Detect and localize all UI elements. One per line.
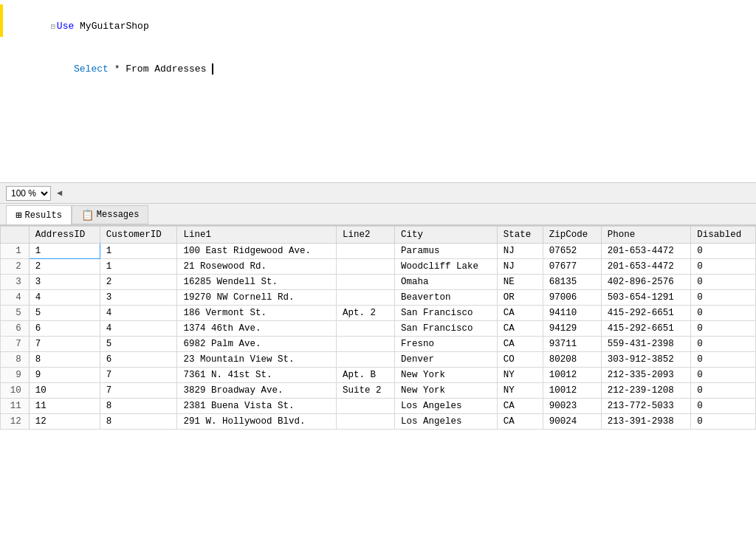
table-cell-line1[interactable]: 7361 N. 41st St.	[177, 368, 337, 383]
table-cell-customerid[interactable]: 4	[100, 321, 177, 337]
table-cell-city[interactable]: Paramus	[394, 244, 497, 259]
table-cell-phone[interactable]: 201-653-4472	[601, 259, 691, 275]
table-cell-disabled[interactable]: 0	[691, 368, 756, 383]
table-cell-line1[interactable]: 23 Mountain View St.	[177, 352, 337, 368]
table-cell-state[interactable]: CA	[497, 321, 543, 337]
table-cell-disabled[interactable]: 0	[691, 244, 756, 259]
table-cell-state[interactable]: NE	[497, 275, 543, 290]
table-cell-city[interactable]: San Francisco	[394, 321, 497, 337]
table-cell-addressid[interactable]: 5	[29, 306, 100, 321]
table-cell-addressid[interactable]: 4	[29, 290, 100, 306]
table-cell-zipcode[interactable]: 68135	[543, 275, 601, 290]
table-row[interactable]: 6641374 46th Ave.San FranciscoCA94129415…	[1, 321, 756, 337]
col-header-line2[interactable]: Line2	[336, 227, 394, 244]
table-cell-zipcode[interactable]: 90024	[543, 414, 601, 430]
table-cell-customerid[interactable]: 7	[100, 383, 177, 399]
table-cell-phone[interactable]: 559-431-2398	[601, 337, 691, 352]
table-cell-line1[interactable]: 19270 NW Cornell Rd.	[177, 290, 337, 306]
table-cell-line1[interactable]: 291 W. Hollywood Blvd.	[177, 414, 337, 430]
table-cell-line1[interactable]: 6982 Palm Ave.	[177, 337, 337, 352]
table-cell-customerid[interactable]: 1	[100, 244, 177, 259]
sql-editor[interactable]: ⊟Use MyGuitarShop Select * From Addresse…	[0, 0, 756, 183]
table-cell-city[interactable]: Woodcliff Lake	[394, 259, 497, 275]
table-cell-line1[interactable]: 21 Rosewood Rd.	[177, 259, 337, 275]
table-cell-zipcode[interactable]: 94129	[543, 321, 601, 337]
table-cell-disabled[interactable]: 0	[691, 399, 756, 414]
col-header-addressid[interactable]: AddressID	[29, 227, 100, 244]
table-cell-state[interactable]: NY	[497, 383, 543, 399]
table-cell-city[interactable]: New York	[394, 383, 497, 399]
table-cell-state[interactable]: CA	[497, 399, 543, 414]
table-row[interactable]: 12128291 W. Hollywood Blvd.Los AngelesCA…	[1, 414, 756, 430]
table-cell-phone[interactable]: 503-654-1291	[601, 290, 691, 306]
table-cell-line2[interactable]: Suite 2	[336, 383, 394, 399]
table-cell-line1[interactable]: 16285 Wendell St.	[177, 275, 337, 290]
table-cell-phone[interactable]: 212-239-1208	[601, 383, 691, 399]
table-row[interactable]: 7756982 Palm Ave.FresnoCA93711559-431-23…	[1, 337, 756, 352]
table-row[interactable]: 44319270 NW Cornell Rd.BeavertonOR970065…	[1, 290, 756, 306]
tab-messages[interactable]: 📋 Messages	[72, 205, 149, 224]
table-cell-city[interactable]: Los Angeles	[394, 399, 497, 414]
zoom-select[interactable]: 100 %	[6, 186, 51, 201]
table-row[interactable]: 111100 East Ridgewood Ave.ParamusNJ07652…	[1, 244, 756, 259]
table-cell-disabled[interactable]: 0	[691, 337, 756, 352]
table-cell-zipcode[interactable]: 97006	[543, 290, 601, 306]
table-cell-disabled[interactable]: 0	[691, 275, 756, 290]
table-cell-customerid[interactable]: 4	[100, 306, 177, 321]
table-cell-phone[interactable]: 303-912-3852	[601, 352, 691, 368]
table-cell-city[interactable]: Omaha	[394, 275, 497, 290]
table-cell-phone[interactable]: 402-896-2576	[601, 275, 691, 290]
table-cell-line1[interactable]: 100 East Ridgewood Ave.	[177, 244, 337, 259]
scroll-left-arrow[interactable]: ◀	[54, 186, 65, 200]
table-cell-phone[interactable]: 213-391-2938	[601, 414, 691, 430]
table-cell-city[interactable]: Beaverton	[394, 290, 497, 306]
table-cell-customerid[interactable]: 8	[100, 399, 177, 414]
table-cell-customerid[interactable]: 8	[100, 414, 177, 430]
table-cell-disabled[interactable]: 0	[691, 259, 756, 275]
table-cell-zipcode[interactable]: 10012	[543, 383, 601, 399]
table-cell-customerid[interactable]: 3	[100, 290, 177, 306]
table-cell-city[interactable]: Los Angeles	[394, 414, 497, 430]
table-cell-disabled[interactable]: 0	[691, 352, 756, 368]
table-cell-addressid[interactable]: 6	[29, 321, 100, 337]
table-cell-disabled[interactable]: 0	[691, 306, 756, 321]
table-cell-customerid[interactable]: 7	[100, 368, 177, 383]
table-cell-line2[interactable]	[336, 414, 394, 430]
table-cell-phone[interactable]: 415-292-6651	[601, 321, 691, 337]
table-cell-phone[interactable]: 213-772-5033	[601, 399, 691, 414]
table-cell-state[interactable]: NJ	[497, 244, 543, 259]
table-cell-city[interactable]: Denver	[394, 352, 497, 368]
table-cell-addressid[interactable]: 7	[29, 337, 100, 352]
table-row[interactable]: 88623 Mountain View St.DenverCO80208303-…	[1, 352, 756, 368]
table-row[interactable]: 111182381 Buena Vista St.Los AngelesCA90…	[1, 399, 756, 414]
table-cell-addressid[interactable]: 8	[29, 352, 100, 368]
table-row[interactable]: 101073829 Broadway Ave.Suite 2New YorkNY…	[1, 383, 756, 399]
table-cell-line1[interactable]: 186 Vermont St.	[177, 306, 337, 321]
table-cell-line1[interactable]: 1374 46th Ave.	[177, 321, 337, 337]
table-row[interactable]: 33216285 Wendell St.OmahaNE68135402-896-…	[1, 275, 756, 290]
table-cell-disabled[interactable]: 0	[691, 321, 756, 337]
table-cell-zipcode[interactable]: 90023	[543, 399, 601, 414]
table-cell-line2[interactable]: Apt. 2	[336, 306, 394, 321]
table-cell-phone[interactable]: 201-653-4472	[601, 244, 691, 259]
table-cell-phone[interactable]: 212-335-2093	[601, 368, 691, 383]
table-cell-zipcode[interactable]: 10012	[543, 368, 601, 383]
col-header-zipcode[interactable]: ZipCode	[543, 227, 601, 244]
table-cell-customerid[interactable]: 2	[100, 275, 177, 290]
table-cell-addressid[interactable]: 10	[29, 383, 100, 399]
table-cell-zipcode[interactable]: 07677	[543, 259, 601, 275]
table-cell-state[interactable]: NJ	[497, 259, 543, 275]
table-cell-addressid[interactable]: 11	[29, 399, 100, 414]
table-cell-city[interactable]: San Francisco	[394, 306, 497, 321]
col-header-disabled[interactable]: Disabled	[691, 227, 756, 244]
table-cell-state[interactable]: CA	[497, 337, 543, 352]
table-cell-zipcode[interactable]: 80208	[543, 352, 601, 368]
table-cell-line2[interactable]	[336, 244, 394, 259]
table-cell-zipcode[interactable]: 94110	[543, 306, 601, 321]
table-row[interactable]: 9977361 N. 41st St.Apt. BNew YorkNY10012…	[1, 368, 756, 383]
table-cell-disabled[interactable]: 0	[691, 383, 756, 399]
table-cell-line2[interactable]	[336, 352, 394, 368]
table-cell-city[interactable]: Fresno	[394, 337, 497, 352]
table-cell-customerid[interactable]: 5	[100, 337, 177, 352]
table-cell-zipcode[interactable]: 07652	[543, 244, 601, 259]
